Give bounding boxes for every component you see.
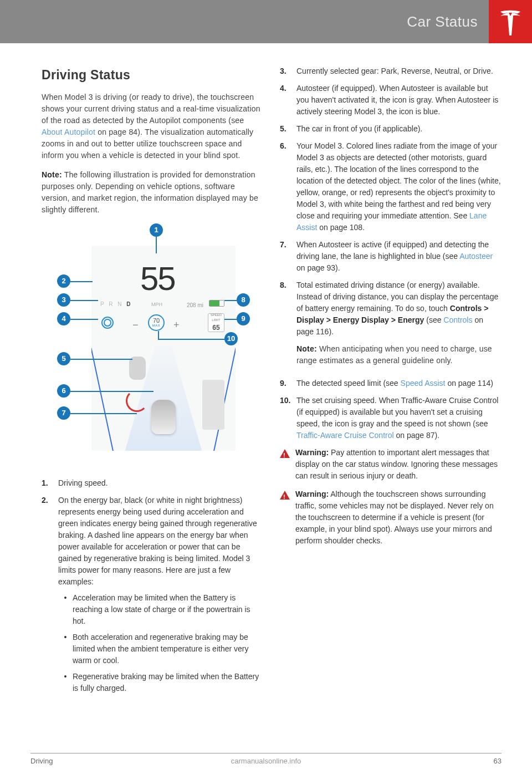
callout-6-line <box>70 391 154 392</box>
warning-label-2: Warning: <box>295 490 329 498</box>
list-item-5: 5. The car in front of you (if applicabl… <box>280 123 502 135</box>
callout-5: 5 <box>57 352 70 365</box>
item-6-post: on page 108. <box>319 223 365 232</box>
callout-5-line <box>70 359 132 360</box>
number-3: 3. <box>280 65 296 77</box>
callout-2-line <box>70 281 93 282</box>
list-item-1: 1. Driving speed. <box>42 477 263 489</box>
autosteer-link[interactable]: Autosteer <box>459 252 493 261</box>
sub-text-b: Both acceleration and regenerative braki… <box>73 632 263 666</box>
item-10-body: The set cruising speed. When Traffic-Awa… <box>296 395 502 441</box>
callout-3: 3 <box>57 293 70 307</box>
lane-line-left <box>91 348 115 451</box>
note-paragraph: Note: The following illustration is prov… <box>42 169 263 216</box>
gear-selected: D <box>126 301 132 307</box>
road-visualization <box>91 340 236 451</box>
note-label: Note: <box>42 170 62 179</box>
callout-2: 2 <box>57 274 70 288</box>
speed-assist-link[interactable]: Speed Assist <box>401 379 446 388</box>
bullet-icon: • <box>58 592 73 627</box>
about-autopilot-link[interactable]: About Autopilot <box>42 128 95 136</box>
item-10-pre: The set cruising speed. When Traffic-Awa… <box>296 396 498 428</box>
limit-mid: LIMIT <box>212 318 220 323</box>
right-list: 3. Currently selected gear: Park, Revers… <box>280 65 502 441</box>
speed-limit-icon: SPEED LIMIT 65 <box>208 313 224 332</box>
gears-inactive: P R N <box>100 301 126 307</box>
tesla-logo <box>489 0 532 43</box>
callout-7-line <box>70 413 137 414</box>
page-title: Car Status <box>407 11 478 33</box>
my-car-icon <box>151 400 176 434</box>
proximity-arc-icon <box>126 390 148 412</box>
item-9-body: The detected speed limit (see Speed Assi… <box>296 378 502 389</box>
item-2-sublist: •Acceleration may be limited when the Ba… <box>58 592 263 694</box>
callout-6: 6 <box>57 384 70 398</box>
callout-10-line <box>158 339 226 340</box>
warning-triangle-icon <box>280 449 290 458</box>
driving-status-illustration: 55 P R N D MPH 208 mi − 70 MAX + SPEED L… <box>53 223 252 467</box>
page-footer: Driving carmanualsonline.info 63 <box>30 753 502 767</box>
sublist-item: •Acceleration may be limited when the Ba… <box>58 592 263 627</box>
callout-1-line <box>156 237 157 253</box>
left-list: 1. Driving speed. 2. On the energy bar, … <box>42 477 263 699</box>
sublist-item: •Both acceleration and regenerative brak… <box>58 632 263 666</box>
range-value: 208 mi <box>187 301 203 309</box>
number-4: 4. <box>280 83 296 118</box>
item-8-note-text: When anticipating when you need to charg… <box>296 344 492 365</box>
bullet-icon: • <box>58 632 73 666</box>
number-10: 10. <box>280 395 296 441</box>
tacc-link[interactable]: Traffic-Aware Cruise Control <box>296 431 394 440</box>
item-8-note: Note: When anticipating when you need to… <box>296 343 502 366</box>
truck-icon <box>202 380 224 430</box>
intro-paragraph: When Model 3 is driving (or ready to dri… <box>42 91 263 161</box>
number-5: 5. <box>280 123 296 135</box>
plus-icon: + <box>173 318 180 333</box>
callout-7: 7 <box>57 406 70 420</box>
sublist-item: •Regenerative braking may be limited whe… <box>58 671 263 694</box>
callout-9: 9 <box>237 312 250 325</box>
item-2-body: On the energy bar, black (or white in ni… <box>58 495 263 699</box>
item-2-text: On the energy bar, black (or white in ni… <box>58 496 257 586</box>
item-7-body: When Autosteer is active (if equipped) a… <box>296 239 502 274</box>
autosteer-icon <box>101 317 114 329</box>
warning-1-body: Warning: Pay attention to important aler… <box>295 447 502 482</box>
sub-text-c: Regenerative braking may be limited when… <box>73 671 263 694</box>
gear-indicator: P R N D <box>100 300 132 308</box>
item-9-post: on page 114) <box>447 379 493 388</box>
cruise-max-label: MAX <box>152 324 161 327</box>
callout-1: 1 <box>150 223 163 237</box>
minus-icon: − <box>132 318 139 333</box>
warning-triangle-icon <box>280 491 290 500</box>
content-area: Driving Status When Model 3 is driving (… <box>0 43 532 704</box>
number-1: 1. <box>42 477 58 489</box>
list-item-6: 6. Your Model 3. Colored lines radiate f… <box>280 140 502 233</box>
callout-4-line <box>70 319 98 320</box>
right-column: 3. Currently selected gear: Park, Revers… <box>280 65 502 704</box>
number-8: 8. <box>280 279 296 372</box>
list-item-7: 7. When Autosteer is active (if equipped… <box>280 239 502 274</box>
limit-value: 65 <box>212 323 219 333</box>
touchscreen-mock: 55 P R N D MPH 208 mi − 70 MAX + SPEED L… <box>91 246 236 451</box>
list-item-2: 2. On the energy bar, black (or white in… <box>42 495 263 699</box>
item-8-mid: (see <box>426 315 443 324</box>
item-5-body: The car in front of you (if applicable). <box>296 123 502 135</box>
item-1-body: Driving speed. <box>58 477 263 489</box>
note-text: The following illustration is provided f… <box>42 170 258 214</box>
number-6: 6. <box>280 140 296 233</box>
tesla-t-icon <box>497 8 524 35</box>
callout-10-line-v <box>158 331 159 340</box>
item-4-body: Autosteer (if equipped). When Autosteer … <box>296 83 502 118</box>
car-ahead-icon <box>129 357 146 380</box>
number-2: 2. <box>42 495 58 699</box>
note-label-8: Note: <box>296 344 317 353</box>
section-heading: Driving Status <box>42 65 263 85</box>
left-column: Driving Status When Model 3 is driving (… <box>42 65 263 704</box>
list-item-4: 4. Autosteer (if equipped). When Autoste… <box>280 83 502 118</box>
list-item-8: 8. Total estimated driving distance (or … <box>280 279 502 372</box>
callout-10: 10 <box>224 332 238 345</box>
cruise-speed-icon: 70 MAX <box>148 314 165 331</box>
controls-link[interactable]: Controls <box>443 315 472 324</box>
item-7-post: on page 93). <box>296 263 340 272</box>
warning-2: Warning: Although the touchscreen shows … <box>280 488 502 547</box>
footer-page-number: 63 <box>494 756 502 767</box>
